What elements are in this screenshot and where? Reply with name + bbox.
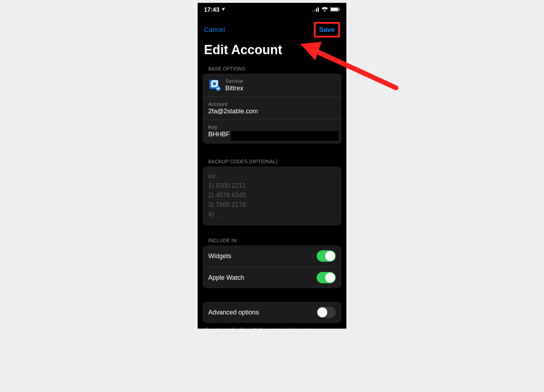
widgets-label: Widgets bbox=[208, 252, 231, 260]
account-value: 2fa@2stable.com bbox=[208, 108, 336, 115]
advanced-options-row: Advanced options bbox=[203, 302, 341, 323]
svg-rect-5 bbox=[331, 8, 338, 11]
base-options-card: Service Bittrex Account 2fa@2stable.com … bbox=[203, 74, 341, 144]
backup-codes-card: ex: 1) 5500 2211 2) 4578 6345 3) 7865 21… bbox=[203, 166, 341, 226]
account-row[interactable]: Account 2fa@2stable.com bbox=[203, 97, 341, 120]
apple-watch-label: Apple Watch bbox=[208, 274, 244, 282]
apple-watch-row: Apple Watch bbox=[203, 267, 341, 288]
status-time: 17:43 bbox=[204, 6, 219, 13]
svg-rect-6 bbox=[339, 8, 340, 10]
svg-rect-0 bbox=[312, 10, 313, 12]
status-right bbox=[312, 6, 340, 13]
service-row[interactable]: Service Bittrex bbox=[203, 74, 341, 97]
key-row[interactable]: Key BHHBF bbox=[203, 120, 341, 144]
advanced-options-card: Advanced options bbox=[203, 302, 341, 323]
widgets-toggle[interactable] bbox=[317, 250, 336, 262]
save-button[interactable]: Save bbox=[317, 24, 337, 35]
key-redaction-mask bbox=[231, 131, 339, 141]
base-options-header: BASE OPTIONS bbox=[198, 63, 346, 74]
apple-watch-toggle[interactable] bbox=[317, 272, 336, 283]
battery-icon bbox=[330, 6, 340, 13]
nav-bar: Cancel Save bbox=[198, 14, 346, 40]
phone-frame: 17:43 Cancel Save bbox=[198, 3, 346, 329]
save-highlight-box: Save bbox=[314, 22, 340, 38]
backup-codes-header: BACKUP CODES (OPTIONAL) bbox=[198, 156, 346, 166]
svg-rect-3 bbox=[318, 7, 319, 12]
location-arrow-icon bbox=[221, 6, 226, 13]
widgets-row: Widgets bbox=[203, 245, 341, 267]
wifi-icon bbox=[322, 6, 328, 13]
include-in-header: INCLUDE IN: bbox=[198, 235, 346, 245]
cancel-button[interactable]: Cancel bbox=[204, 26, 225, 34]
service-app-icon bbox=[208, 79, 221, 91]
key-label: Key bbox=[208, 124, 336, 130]
backup-codes-textarea[interactable]: ex: 1) 5500 2211 2) 4578 6345 3) 7865 21… bbox=[203, 166, 341, 226]
page-title: Edit Account bbox=[198, 40, 346, 63]
service-label: Service bbox=[225, 78, 243, 84]
canvas-background: 17:43 Cancel Save bbox=[3, 3, 541, 389]
svg-rect-1 bbox=[314, 10, 315, 12]
account-label: Account bbox=[208, 101, 336, 107]
svg-rect-2 bbox=[316, 8, 317, 12]
service-value: Bittrex bbox=[225, 85, 243, 92]
advanced-options-label: Advanced options bbox=[208, 309, 259, 316]
include-in-card: Widgets Apple Watch bbox=[203, 245, 341, 288]
advanced-options-toggle[interactable] bbox=[317, 307, 336, 318]
advanced-footer-text: If you're not familiar with these option… bbox=[198, 323, 346, 329]
status-bar: 17:43 bbox=[198, 3, 346, 14]
cellular-signal-icon bbox=[312, 6, 319, 13]
